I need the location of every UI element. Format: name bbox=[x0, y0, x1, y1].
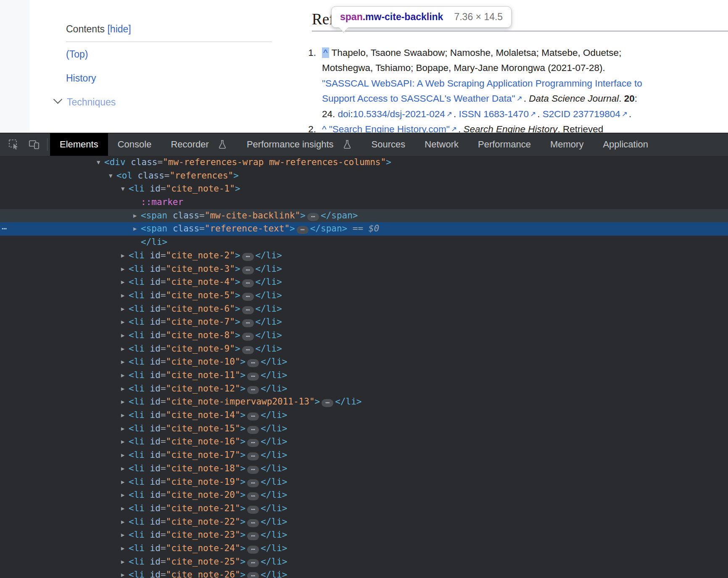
ellipsis-expand-icon[interactable]: ⋯ bbox=[247, 373, 259, 381]
external-link-icon[interactable]: ↗ bbox=[451, 125, 457, 133]
reference-link[interactable]: "SASSCAL WebSAPI: A Web Scraping Applica… bbox=[322, 78, 642, 89]
reference-link[interactable]: Support Access to SASSCAL's Weather Data… bbox=[322, 93, 515, 104]
external-link-icon[interactable]: ↗ bbox=[622, 110, 628, 118]
expand-arrow-icon[interactable]: ▶ bbox=[121, 302, 129, 316]
device-toolbar-icon[interactable] bbox=[27, 137, 41, 152]
expand-arrow-icon[interactable]: ▶ bbox=[121, 342, 129, 356]
devtools-tab-network[interactable]: Network bbox=[415, 133, 468, 156]
ellipsis-expand-icon[interactable]: ⋯ bbox=[247, 572, 259, 578]
expand-arrow-icon[interactable]: ▶ bbox=[121, 462, 129, 476]
ellipsis-expand-icon[interactable]: ⋯ bbox=[242, 346, 254, 354]
dom-tree-row[interactable]: ▶<li id="cite_note-19">⋯</li> bbox=[0, 476, 728, 489]
devtools-tab-elements[interactable]: Elements bbox=[50, 133, 108, 156]
ellipsis-expand-icon[interactable]: ⋯ bbox=[242, 306, 254, 314]
dom-tree-row[interactable]: ▶<li id="cite_note-12">⋯</li> bbox=[0, 382, 728, 396]
expand-arrow-icon[interactable]: ▶ bbox=[133, 222, 141, 236]
ellipsis-expand-icon[interactable]: ⋯ bbox=[247, 519, 259, 527]
devtools-tab-recorder[interactable]: Recorder bbox=[161, 133, 237, 156]
reference-link[interactable]: doi bbox=[338, 109, 351, 119]
toc-hide-link[interactable]: [hide] bbox=[107, 24, 131, 34]
dom-tree-row[interactable]: ▶<li id="cite_note-26">⋯</li> bbox=[0, 568, 728, 578]
collapse-arrow-icon[interactable]: ▼ bbox=[109, 169, 116, 183]
dom-tree-row[interactable]: ▶<li id="cite_note-9">⋯</li> bbox=[0, 342, 728, 356]
dom-tree-row[interactable]: ▶<li id="cite_note-20">⋯</li> bbox=[0, 489, 728, 502]
external-link-icon[interactable]: ↗ bbox=[517, 95, 522, 102]
dom-tree-row[interactable]: ▶<li id="cite_note-2">⋯</li> bbox=[0, 249, 728, 263]
dom-tree-row[interactable]: ▶<li id="cite_note-8">⋯</li> bbox=[0, 329, 728, 342]
ellipsis-expand-icon[interactable]: ⋯ bbox=[242, 253, 254, 261]
dom-tree-row[interactable]: ▶<li id="cite_note-22">⋯</li> bbox=[0, 515, 728, 529]
dom-tree-row[interactable]: ▼<ol class="references"> bbox=[0, 169, 728, 183]
expand-arrow-icon[interactable]: ▶ bbox=[121, 369, 129, 382]
reference-link[interactable]: ^ bbox=[322, 124, 327, 133]
inspect-element-icon[interactable] bbox=[7, 137, 21, 152]
dom-tree-row[interactable]: ▶<span class="mw-cite-backlink">⋯</span> bbox=[0, 209, 728, 223]
ellipsis-expand-icon[interactable]: ⋯ bbox=[247, 492, 259, 500]
collapse-arrow-icon[interactable]: ▼ bbox=[97, 156, 104, 169]
expand-arrow-icon[interactable]: ▶ bbox=[121, 289, 129, 302]
row-actions-dots-icon[interactable]: ⋯ bbox=[2, 222, 7, 236]
ellipsis-expand-icon[interactable]: ⋯ bbox=[307, 213, 319, 221]
dom-tree-row[interactable]: ▶<li id="cite_note-11">⋯</li> bbox=[0, 369, 728, 382]
toc-item-top[interactable]: (Top) bbox=[66, 49, 88, 60]
dom-tree-row[interactable]: ::marker bbox=[0, 196, 728, 209]
dom-tree-row[interactable]: ▶<li id="cite_note-6">⋯</li> bbox=[0, 302, 728, 316]
expand-arrow-icon[interactable]: ▶ bbox=[121, 449, 129, 462]
dom-tree-row[interactable]: ▶<li id="cite_note-4">⋯</li> bbox=[0, 276, 728, 289]
expand-arrow-icon[interactable]: ▶ bbox=[121, 568, 129, 578]
dom-tree-row[interactable]: ▼<div class="mw-references-wrap mw-refer… bbox=[0, 156, 728, 169]
toc-item-history[interactable]: History bbox=[66, 73, 96, 84]
ellipsis-expand-icon[interactable]: ⋯ bbox=[247, 439, 259, 447]
expand-arrow-icon[interactable]: ▶ bbox=[121, 422, 129, 436]
ellipsis-expand-icon[interactable]: ⋯ bbox=[247, 426, 259, 434]
ellipsis-expand-icon[interactable]: ⋯ bbox=[247, 559, 259, 567]
ellipsis-expand-icon[interactable]: ⋯ bbox=[242, 279, 254, 287]
dom-tree-row[interactable]: ▶<li id="cite_note-5">⋯</li> bbox=[0, 289, 728, 302]
ellipsis-expand-icon[interactable]: ⋯ bbox=[322, 399, 333, 407]
expand-arrow-icon[interactable]: ▶ bbox=[133, 209, 141, 223]
reference-link[interactable]: S2CID 237719804 bbox=[543, 109, 620, 119]
reference-link[interactable]: 10.5334/dsj-2021-024 bbox=[353, 109, 445, 119]
dom-tree-row[interactable]: ▶<li id="cite_note-7">⋯</li> bbox=[0, 315, 728, 329]
devtools-tab-performance-insights[interactable]: Performance insights bbox=[237, 133, 362, 156]
expand-arrow-icon[interactable]: ▶ bbox=[121, 435, 129, 449]
dom-tree-row[interactable]: ▶<li id="cite_note-18">⋯</li> bbox=[0, 462, 728, 476]
ellipsis-expand-icon[interactable]: ⋯ bbox=[247, 359, 259, 367]
expand-arrow-icon[interactable]: ▶ bbox=[121, 542, 129, 555]
dom-tree-row[interactable]: ▶<li id="cite_note-21">⋯</li> bbox=[0, 502, 728, 515]
expand-arrow-icon[interactable]: ▶ bbox=[121, 329, 129, 342]
dom-tree-row[interactable]: ▶<li id="cite_note-17">⋯</li> bbox=[0, 449, 728, 462]
devtools-tab-application[interactable]: Application bbox=[593, 133, 658, 156]
ellipsis-expand-icon[interactable]: ⋯ bbox=[242, 293, 254, 301]
expand-arrow-icon[interactable]: ▶ bbox=[121, 276, 129, 289]
external-link-icon[interactable]: ↗ bbox=[530, 110, 536, 118]
dom-tree-row[interactable]: ▶<li id="cite_note-impervawp2011-13">⋯</… bbox=[0, 395, 728, 409]
devtools-tab-performance[interactable]: Performance bbox=[468, 133, 541, 156]
external-link-icon[interactable]: ↗ bbox=[446, 110, 452, 118]
expand-arrow-icon[interactable]: ▶ bbox=[121, 263, 129, 276]
ellipsis-expand-icon[interactable]: ⋯ bbox=[242, 319, 254, 327]
reference-link[interactable]: ISSN 1683-1470 bbox=[459, 109, 529, 119]
dom-tree-row[interactable]: ▶<li id="cite_note-15">⋯</li> bbox=[0, 422, 728, 436]
dom-tree-row[interactable]: ▼<li id="cite_note-1"> bbox=[0, 182, 728, 196]
ellipsis-expand-icon[interactable]: ⋯ bbox=[247, 546, 259, 554]
expand-arrow-icon[interactable]: ▶ bbox=[121, 555, 129, 569]
dom-tree-row[interactable]: ▶<li id="cite_note-24">⋯</li> bbox=[0, 542, 728, 555]
ellipsis-expand-icon[interactable]: ⋯ bbox=[247, 479, 259, 487]
devtools-tab-console[interactable]: Console bbox=[108, 133, 161, 156]
expand-arrow-icon[interactable]: ▶ bbox=[121, 515, 129, 529]
expand-arrow-icon[interactable]: ▶ bbox=[121, 355, 129, 369]
ellipsis-expand-icon[interactable]: ⋯ bbox=[247, 532, 259, 540]
reference-link[interactable]: "Search Engine History.com" bbox=[329, 124, 450, 133]
expand-arrow-icon[interactable]: ▶ bbox=[121, 489, 129, 502]
dom-tree-row[interactable]: ▶<li id="cite_note-10">⋯</li> bbox=[0, 355, 728, 369]
expand-arrow-icon[interactable]: ▶ bbox=[121, 315, 129, 329]
ellipsis-expand-icon[interactable]: ⋯ bbox=[297, 226, 309, 234]
expand-arrow-icon[interactable]: ▶ bbox=[121, 409, 129, 422]
dom-tree-row[interactable]: ▶<li id="cite_note-25">⋯</li> bbox=[0, 555, 728, 569]
devtools-tab-sources[interactable]: Sources bbox=[362, 133, 415, 156]
dom-tree-row[interactable]: ⋯▶<span class="reference-text">⋯</span> … bbox=[0, 222, 728, 236]
chevron-down-icon[interactable] bbox=[53, 95, 62, 104]
expand-arrow-icon[interactable]: ▶ bbox=[121, 395, 129, 409]
ellipsis-expand-icon[interactable]: ⋯ bbox=[242, 266, 254, 274]
